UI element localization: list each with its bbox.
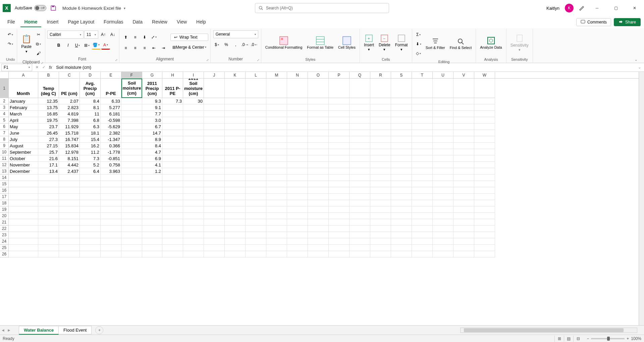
cell[interactable] bbox=[9, 251, 38, 257]
cell[interactable] bbox=[9, 206, 38, 213]
row-header[interactable]: 25 bbox=[0, 245, 9, 251]
cell[interactable] bbox=[308, 226, 329, 232]
cell[interactable]: 2.382 bbox=[101, 130, 121, 136]
currency-button[interactable]: $▾ bbox=[213, 40, 221, 49]
cell[interactable] bbox=[80, 251, 101, 257]
cell[interactable] bbox=[59, 251, 80, 257]
cell[interactable] bbox=[453, 219, 474, 226]
cell[interactable] bbox=[474, 226, 495, 232]
cell[interactable] bbox=[287, 219, 308, 226]
cell[interactable] bbox=[266, 213, 287, 219]
column-header-V[interactable]: V bbox=[453, 72, 474, 78]
cell[interactable] bbox=[225, 162, 246, 168]
cell[interactable] bbox=[204, 130, 225, 136]
cell[interactable] bbox=[350, 79, 370, 98]
cell[interactable] bbox=[453, 79, 474, 98]
cell[interactable] bbox=[266, 124, 287, 130]
cell[interactable] bbox=[308, 155, 329, 162]
cell[interactable] bbox=[350, 181, 370, 187]
fill-color-button[interactable]: 🪣▾ bbox=[92, 41, 101, 50]
tab-view[interactable]: View bbox=[173, 17, 191, 27]
cell[interactable]: 6.33 bbox=[101, 98, 121, 104]
cell[interactable] bbox=[370, 226, 391, 232]
cell[interactable]: September bbox=[9, 149, 38, 155]
cell[interactable] bbox=[453, 143, 474, 149]
cell[interactable] bbox=[474, 232, 495, 238]
cell[interactable] bbox=[183, 219, 204, 226]
cell[interactable] bbox=[474, 79, 495, 98]
cell[interactable] bbox=[121, 130, 142, 136]
cell[interactable] bbox=[101, 245, 121, 251]
cell[interactable] bbox=[266, 111, 287, 117]
cell[interactable] bbox=[329, 104, 350, 111]
cell[interactable] bbox=[80, 219, 101, 226]
cell[interactable]: 4.819 bbox=[59, 111, 80, 117]
maximize-button[interactable]: ▢ bbox=[609, 3, 623, 13]
cell[interactable]: -0.598 bbox=[101, 117, 121, 124]
cell[interactable] bbox=[121, 206, 142, 213]
cell[interactable]: 12.978 bbox=[59, 149, 80, 155]
cell[interactable] bbox=[142, 194, 162, 200]
cell[interactable]: 8.4 bbox=[80, 98, 101, 104]
cell[interactable] bbox=[474, 238, 495, 245]
cell[interactable] bbox=[308, 206, 329, 213]
cell[interactable] bbox=[246, 175, 266, 181]
cell[interactable] bbox=[204, 155, 225, 162]
cell[interactable] bbox=[329, 238, 350, 245]
cell[interactable] bbox=[391, 162, 412, 168]
cell[interactable] bbox=[287, 104, 308, 111]
cell[interactable] bbox=[308, 168, 329, 175]
increase-indent-button[interactable]: ⇥ bbox=[159, 44, 168, 52]
row-header[interactable]: 23 bbox=[0, 232, 9, 238]
cell[interactable] bbox=[204, 168, 225, 175]
cell[interactable] bbox=[142, 219, 162, 226]
page-layout-view-button[interactable]: ▤ bbox=[564, 336, 573, 342]
conditional-formatting-button[interactable]: Conditional Formatting bbox=[263, 35, 305, 51]
cell[interactable] bbox=[391, 226, 412, 232]
cell[interactable] bbox=[80, 194, 101, 200]
cell[interactable] bbox=[101, 194, 121, 200]
cell[interactable] bbox=[453, 175, 474, 181]
cell[interactable] bbox=[59, 232, 80, 238]
cell[interactable] bbox=[162, 168, 183, 175]
row-header[interactable]: 6 bbox=[0, 124, 9, 130]
cell[interactable] bbox=[9, 226, 38, 232]
cell[interactable] bbox=[287, 187, 308, 194]
cell[interactable] bbox=[162, 206, 183, 213]
cell[interactable] bbox=[370, 98, 391, 104]
cell[interactable] bbox=[38, 175, 59, 181]
cell[interactable] bbox=[370, 245, 391, 251]
cell[interactable] bbox=[80, 245, 101, 251]
cell[interactable] bbox=[162, 149, 183, 155]
cell[interactable] bbox=[453, 111, 474, 117]
cell[interactable] bbox=[266, 117, 287, 124]
cell[interactable] bbox=[204, 124, 225, 130]
align-left-button[interactable]: ≡ bbox=[121, 44, 130, 52]
cell[interactable] bbox=[412, 187, 433, 194]
tab-file[interactable]: File bbox=[3, 17, 19, 27]
cell[interactable] bbox=[183, 175, 204, 181]
column-header-M[interactable]: M bbox=[266, 72, 287, 78]
cell[interactable] bbox=[391, 175, 412, 181]
cell[interactable] bbox=[266, 232, 287, 238]
undo-button[interactable]: ↶▾ bbox=[6, 30, 15, 39]
column-header-Q[interactable]: Q bbox=[350, 72, 370, 78]
cell[interactable] bbox=[121, 226, 142, 232]
cell[interactable] bbox=[308, 251, 329, 257]
cell[interactable]: February bbox=[9, 104, 38, 111]
fx-icon[interactable]: fx bbox=[49, 65, 52, 70]
cell[interactable] bbox=[350, 245, 370, 251]
cell[interactable] bbox=[183, 226, 204, 232]
sort-filter-button[interactable]: Sort & Filter bbox=[424, 36, 447, 51]
cell[interactable] bbox=[225, 232, 246, 238]
redo-button[interactable]: ↷▾ bbox=[6, 40, 15, 48]
cell[interactable] bbox=[121, 117, 142, 124]
cell[interactable] bbox=[308, 143, 329, 149]
cell[interactable] bbox=[101, 232, 121, 238]
column-header-I[interactable]: I bbox=[183, 72, 204, 78]
cell[interactable] bbox=[204, 104, 225, 111]
cell[interactable] bbox=[183, 206, 204, 213]
cell[interactable] bbox=[433, 245, 453, 251]
cell[interactable]: Avg. Precip (cm) bbox=[80, 79, 101, 98]
cell[interactable] bbox=[38, 238, 59, 245]
